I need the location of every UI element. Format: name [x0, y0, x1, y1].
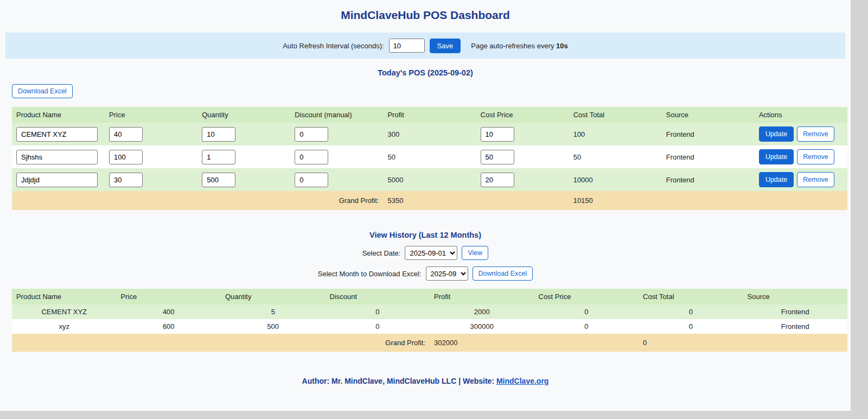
discount-cell: 0 [326, 304, 430, 319]
select-month-label: Select Month to Download Excel: [318, 270, 422, 278]
remove-button[interactable]: Remove [797, 172, 834, 187]
remove-button[interactable]: Remove [797, 149, 834, 164]
column-header-actions: Actions [755, 107, 847, 123]
grand-cost-total-value: 0 [639, 334, 743, 352]
cost-price-input[interactable] [481, 173, 514, 187]
view-button[interactable]: View [462, 246, 488, 260]
window-edge [0, 411, 868, 419]
table-header-row: Product Name Price Quantity Discount Pro… [12, 289, 847, 304]
update-button[interactable]: Update [759, 126, 794, 142]
date-select[interactable]: 2025-09-01 [405, 246, 457, 260]
cost-total-cell: 0 [639, 319, 743, 334]
today-pos-heading: Today's POS (2025-09-02) [0, 68, 851, 77]
column-header-product: Product Name [12, 289, 117, 304]
column-header-quantity: Quantity [197, 107, 290, 123]
grand-total-row: Grand Profit: 302000 0 [12, 334, 847, 352]
table-row: 300 100 Frontend Update Remove [12, 123, 847, 145]
discount-input[interactable] [295, 127, 328, 142]
cost-total-cell: 0 [639, 304, 743, 319]
save-button[interactable]: Save [430, 39, 461, 53]
update-button[interactable]: Update [759, 149, 794, 164]
download-excel-button[interactable]: Download Excel [12, 84, 73, 98]
profit-cell: 50 [383, 145, 476, 168]
download-excel-wrap: Download Excel [12, 84, 851, 98]
profit-cell: 300 [383, 123, 476, 145]
column-header-price: Price [117, 289, 221, 304]
column-header-profit: Profit [383, 107, 476, 123]
table-row: CEMENT XYZ 400 5 0 2000 0 0 Frontend [12, 304, 847, 319]
month-select[interactable]: 2025-09 [426, 266, 468, 281]
cost-price-cell: 0 [534, 304, 639, 319]
discount-input[interactable] [295, 173, 328, 187]
source-cell: Frontend [662, 123, 755, 145]
page-footer: Author: Mr. MindClave, MindClaveHub LLC … [0, 377, 851, 385]
profit-cell: 2000 [430, 304, 534, 319]
price-input[interactable] [109, 150, 143, 164]
table-row: 50 50 Frontend Update Remove [12, 145, 847, 168]
row-actions: Update Remove [759, 126, 843, 142]
column-header-quantity: Quantity [221, 289, 326, 304]
column-header-cost-price: Cost Price [476, 107, 569, 123]
column-header-source: Source [743, 289, 848, 304]
column-header-cost-price: Cost Price [534, 289, 639, 304]
cost-price-input[interactable] [481, 150, 514, 164]
product-name-input[interactable] [16, 150, 98, 164]
cost-price-cell: 0 [534, 319, 639, 334]
grand-profit-label: Grand Profit: [326, 334, 430, 352]
grand-profit-value: 302000 [430, 334, 534, 352]
column-header-product: Product Name [12, 107, 105, 123]
discount-cell: 0 [326, 319, 430, 334]
select-month-row: Select Month to Download Excel: 2025-09 … [0, 266, 851, 281]
row-actions: Update Remove [759, 172, 843, 187]
cost-total-cell: 10000 [569, 168, 662, 191]
select-date-label: Select Date: [362, 249, 401, 257]
refresh-interval-input[interactable] [389, 39, 425, 53]
page-title: MindClaveHub POS Dashboard [0, 9, 851, 22]
history-download-excel-button[interactable]: Download Excel [473, 266, 533, 281]
row-actions: Update Remove [759, 149, 843, 164]
cost-total-cell: 100 [569, 123, 662, 145]
cost-total-cell: 50 [569, 145, 662, 168]
profit-cell: 300000 [430, 319, 534, 334]
discount-input[interactable] [295, 150, 328, 164]
product-name-input[interactable] [16, 173, 98, 187]
remove-button[interactable]: Remove [797, 126, 834, 142]
footer-text: Author: Mr. MindClave, MindClaveHub LLC … [302, 377, 494, 385]
quantity-cell: 5 [221, 304, 326, 319]
select-date-row: Select Date: 2025-09-01 View [0, 246, 851, 260]
table-row: 5000 10000 Frontend Update Remove [12, 168, 847, 191]
price-cell: 400 [117, 304, 221, 319]
quantity-cell: 500 [221, 319, 326, 334]
price-cell: 600 [117, 319, 221, 334]
quantity-input[interactable] [202, 173, 235, 187]
product-cell: CEMENT XYZ [12, 304, 117, 319]
source-cell: Frontend [662, 168, 755, 191]
quantity-input[interactable] [202, 150, 235, 164]
scrollbar[interactable] [851, 0, 868, 419]
grand-cost-total-value: 10150 [569, 191, 662, 210]
refresh-interval-label: Auto Refresh Interval (seconds): [283, 42, 384, 50]
update-button[interactable]: Update [759, 172, 794, 187]
column-header-price: Price [105, 107, 197, 123]
column-header-source: Source [662, 107, 755, 123]
column-header-discount: Discount [326, 289, 430, 304]
grand-profit-value: 5350 [383, 191, 476, 210]
table-row: xyz 600 500 0 300000 0 0 Frontend [12, 319, 847, 334]
price-input[interactable] [109, 127, 143, 142]
source-cell: Frontend [662, 145, 755, 168]
footer-website-link[interactable]: MindClave.org [496, 377, 548, 385]
quantity-input[interactable] [202, 127, 235, 142]
price-input[interactable] [109, 173, 143, 187]
column-header-discount: Discount (manual) [290, 107, 383, 123]
refresh-note-prefix: Page auto-refreshes every [471, 42, 554, 50]
today-pos-table: Product Name Price Quantity Discount (ma… [12, 107, 847, 210]
column-header-cost-total: Cost Total [639, 289, 743, 304]
profit-cell: 5000 [383, 168, 476, 191]
refresh-note: Page auto-refreshes every 10s [471, 42, 568, 50]
history-heading: View History (Last 12 Months) [0, 231, 851, 239]
cost-price-input[interactable] [481, 127, 514, 142]
column-header-cost-total: Cost Total [569, 107, 662, 123]
product-name-input[interactable] [16, 127, 98, 142]
auto-refresh-bar: Auto Refresh Interval (seconds): Save Pa… [5, 33, 845, 59]
grand-total-row: Grand Profit: 5350 10150 [12, 191, 847, 210]
